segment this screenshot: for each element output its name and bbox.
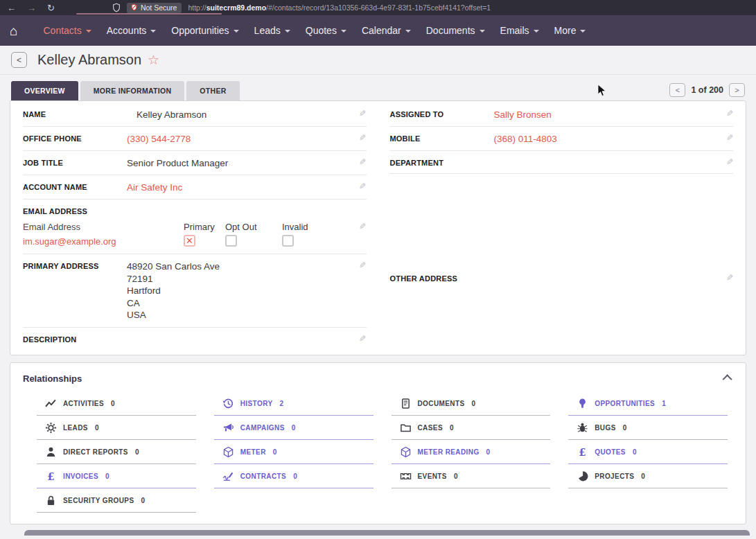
nav-item-leads[interactable]: Leads	[247, 21, 298, 40]
relationship-item-invoices[interactable]: £INVOICES0	[37, 464, 196, 488]
edit-pencil-icon[interactable]: ✎	[359, 222, 366, 247]
email-address-link[interactable]: im.sugar@example.org	[23, 236, 127, 247]
address-line: 48920 San Carlos Ave	[127, 260, 359, 273]
browser-forward-icon[interactable]: →	[27, 3, 36, 12]
relationship-label: DIRECT REPORTS	[63, 448, 128, 456]
tab-more-information[interactable]: MORE INFORMATION	[80, 81, 185, 100]
record-left-column: NAME Kelley Abramson ✎ OFFICE PHONE (330…	[23, 103, 367, 351]
edit-pencil-icon[interactable]: ✎	[726, 109, 733, 118]
relationships-header[interactable]: Relationships	[10, 363, 746, 391]
page-title: Kelley Abramson	[37, 52, 141, 68]
edit-pencil-icon[interactable]: ✎	[359, 260, 366, 270]
relationship-item-meter[interactable]: METER0	[214, 440, 373, 464]
document-icon	[400, 398, 412, 409]
relationship-count: 0	[141, 497, 146, 504]
field-label: ACCOUNT NAME	[23, 182, 127, 191]
nav-item-more[interactable]: More	[547, 21, 594, 40]
nav-item-quotes[interactable]: Quotes	[298, 21, 354, 40]
address-line: 72191	[127, 273, 359, 285]
assigned-to-link[interactable]: Sally Bronsen	[494, 109, 726, 121]
relationship-item-leads[interactable]: LEADS0	[37, 416, 196, 440]
relationship-label: OPPORTUNITIES	[595, 400, 655, 407]
relationship-item-meter-reading[interactable]: METER READING0	[392, 440, 551, 464]
name-value: Kelley Abramson	[127, 109, 359, 121]
invalid-checkbox[interactable]	[282, 235, 294, 247]
edit-pencil-icon[interactable]: ✎	[359, 182, 366, 191]
relationship-count: 0	[293, 472, 297, 480]
favorite-star-icon[interactable]: ☆	[148, 52, 159, 68]
gear-burst-icon	[45, 422, 57, 434]
address-bar-url[interactable]: http://suitecrm89.demo/#/contacts/record…	[188, 3, 491, 12]
relationship-item-security-groups[interactable]: SECURITY GROUPS0	[37, 488, 196, 513]
home-icon[interactable]: ⌂	[10, 24, 17, 37]
edit-pencil-icon[interactable]: ✎	[359, 133, 366, 143]
nav-item-calendar[interactable]: Calendar	[354, 21, 419, 40]
primary-checkbox[interactable]	[184, 235, 195, 247]
edit-pencil-icon[interactable]: ✎	[726, 273, 733, 283]
record-pagination: < 1 of 200 >	[669, 83, 745, 97]
nav-item-documents[interactable]: Documents	[419, 21, 493, 40]
relationship-label: PROJECTS	[595, 472, 634, 480]
column-spacer	[390, 174, 734, 267]
edit-pencil-icon[interactable]: ✎	[359, 157, 366, 167]
relationship-count: 0	[633, 448, 637, 456]
record-right-column: ASSIGNED TO Sally Bronsen ✎ MOBILE (368)…	[390, 103, 734, 351]
account-name-link[interactable]: Air Safety Inc	[127, 182, 359, 193]
mobile-link[interactable]: (368) 011-4803	[494, 133, 726, 145]
relationship-item-history[interactable]: HISTORY2	[214, 391, 373, 416]
collapse-chevron-icon[interactable]	[723, 374, 732, 384]
relationship-item-quotes[interactable]: £QUOTES0	[568, 440, 728, 464]
nav-item-contacts[interactable]: Contacts	[35, 21, 98, 40]
relationship-item-activities[interactable]: ACTIVITIES0	[37, 391, 196, 416]
app-navbar: ⌂ ContactsAccountsOpportunitiesLeadsQuot…	[0, 15, 756, 46]
relationship-item-bugs[interactable]: BUGS0	[568, 416, 728, 440]
email-primary-column: Primary	[184, 222, 216, 247]
nav-item-emails[interactable]: Emails	[493, 21, 547, 40]
relationship-item-direct-reports[interactable]: DIRECT REPORTS0	[37, 440, 196, 464]
relationship-count: 0	[641, 472, 645, 480]
relationship-item-campaigns[interactable]: CAMPAIGNS0	[214, 416, 373, 440]
browser-back-icon[interactable]: ←	[7, 3, 16, 12]
svg-text:£: £	[47, 470, 54, 482]
relationship-count: 0	[273, 448, 277, 456]
nav-item-label: Leads	[254, 25, 281, 36]
browser-reload-icon[interactable]: ↻	[47, 3, 55, 12]
bug-icon	[577, 422, 588, 434]
opt-out-checkbox[interactable]	[225, 235, 237, 247]
nav-item-label: More	[554, 25, 577, 36]
edit-pencil-icon[interactable]: ✎	[359, 109, 366, 118]
back-to-list-button[interactable]: <	[11, 52, 27, 68]
tabs-toolbar: OVERVIEW MORE INFORMATION OTHER < 1 of 2…	[0, 75, 756, 100]
edit-pencil-icon[interactable]: ✎	[359, 334, 366, 344]
history-clock-icon	[222, 398, 234, 409]
not-secure-badge[interactable]: Not Secure	[127, 3, 182, 13]
relationship-item-cases[interactable]: CASES0	[392, 416, 551, 440]
pound-icon: £	[577, 446, 588, 458]
office-phone-link[interactable]: (330) 544-2778	[127, 133, 359, 145]
next-record-button[interactable]: >	[729, 83, 745, 97]
relationship-count: 0	[292, 424, 296, 432]
relationship-item-opportunities[interactable]: OPPORTUNITIES1	[568, 391, 728, 416]
nav-item-accounts[interactable]: Accounts	[99, 21, 164, 40]
relationship-item-documents[interactable]: DOCUMENTS0	[392, 391, 551, 416]
field-row-account-name: ACCOUNT NAME Air Safety Inc ✎	[23, 175, 367, 200]
tab-other[interactable]: OTHER	[186, 81, 239, 100]
tab-overview[interactable]: OVERVIEW	[11, 81, 78, 100]
edit-pencil-icon[interactable]: ✎	[726, 133, 733, 143]
relationship-item-projects[interactable]: PROJECTS0	[568, 464, 728, 488]
relationship-item-contracts[interactable]: CONTRACTS0	[214, 464, 373, 488]
edit-pencil-icon[interactable]: ✎	[726, 157, 733, 167]
relationship-count: 2	[279, 400, 283, 407]
prev-record-button[interactable]: <	[669, 83, 685, 97]
opt-out-label: Opt Out	[225, 222, 257, 232]
field-row-email-address: EMAIL ADDRESS Email Address im.sugar@exa…	[23, 200, 367, 254]
nav-item-label: Calendar	[362, 25, 401, 36]
lock-icon	[45, 495, 57, 506]
field-label: DEPARTMENT	[390, 157, 494, 167]
pagination-position: 1 of 200	[691, 85, 723, 95]
relationship-item-events[interactable]: EVENTS0	[392, 464, 551, 488]
site-permissions-shield-icon[interactable]	[112, 3, 121, 12]
field-label: OTHER ADDRESS	[390, 273, 494, 283]
pie-chart-icon	[577, 470, 588, 482]
nav-item-opportunities[interactable]: Opportunities	[164, 21, 246, 40]
